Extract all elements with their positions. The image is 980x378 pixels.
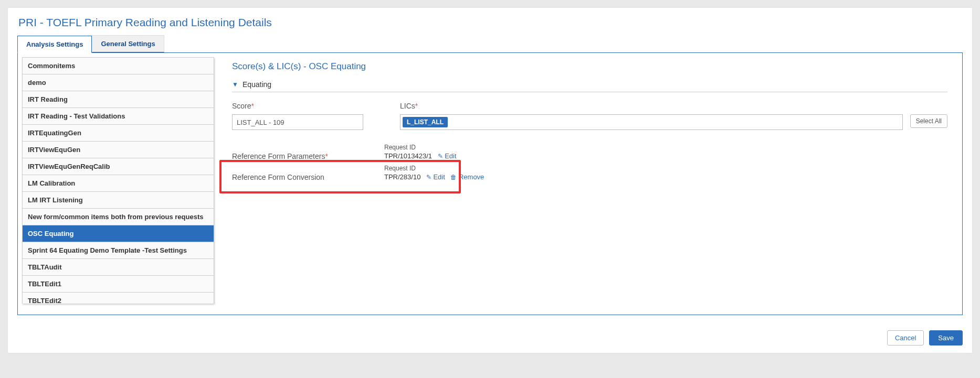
ref-conv-request-id: TPR/283/10	[384, 173, 420, 181]
section-title: Score(s) & LIC(s) - OSC Equating	[232, 61, 947, 72]
lics-label: LICs*	[400, 102, 947, 110]
ref-form-conversion-label: Reference Form Conversion	[232, 165, 368, 181]
chevron-down-icon: ▼	[232, 81, 238, 88]
sidebar-item[interactable]: OSC Equating	[22, 225, 214, 242]
equating-collapser[interactable]: ▼ Equating	[232, 78, 947, 92]
sidebar-item[interactable]: demo	[22, 74, 214, 91]
sidebar-item[interactable]: TBLTEdit1	[22, 276, 214, 293]
score-input[interactable]	[232, 114, 363, 130]
score-label: Score*	[232, 102, 379, 110]
request-id-label: Request ID	[384, 165, 521, 172]
save-button[interactable]: Save	[929, 330, 963, 345]
request-id-label: Request ID	[384, 144, 521, 151]
sidebar-item[interactable]: New form/common items both from previous…	[22, 209, 214, 225]
sidebar-item[interactable]: IRTViewEquGenReqCalib	[22, 158, 214, 175]
edit-icon: ✎	[438, 153, 443, 160]
tab-general-settings[interactable]: General Settings	[92, 35, 164, 52]
sidebar-item[interactable]: IRT Reading	[22, 91, 214, 108]
collapser-label: Equating	[243, 80, 271, 89]
edit-icon: ✎	[426, 174, 431, 181]
ref-conv-edit-link[interactable]: ✎ Edit	[426, 173, 445, 181]
ref-params-request-id: TPR/1013423/1	[384, 152, 432, 160]
sidebar-item[interactable]: Commonitems	[22, 57, 214, 74]
sidebar-item[interactable]: IRTViewEquGen	[22, 142, 214, 158]
sidebar-item[interactable]: IRT Reading - Test Validations	[22, 108, 214, 125]
page-title: PRI - TOEFL Primary Reading and Listenin…	[18, 16, 963, 29]
sidebar-item[interactable]: TBLTAudit	[22, 259, 214, 276]
ref-params-edit-link[interactable]: ✎ Edit	[438, 152, 457, 160]
sidebar-item[interactable]: TBLTEdit2	[22, 293, 214, 304]
trash-icon: 🗑	[450, 174, 457, 181]
select-all-button[interactable]: Select All	[910, 114, 947, 128]
sidebar-item[interactable]: LM IRT Listening	[22, 192, 214, 209]
sidebar-item[interactable]: Sprint 64 Equating Demo Template -Test S…	[22, 242, 214, 259]
lics-input[interactable]: L_LIST_ALL	[400, 114, 903, 130]
cancel-button[interactable]: Cancel	[887, 330, 924, 345]
sidebar-list[interactable]: CommonitemsdemoIRT ReadingIRT Reading - …	[22, 57, 214, 304]
tab-analysis-settings[interactable]: Analysis Settings	[17, 36, 92, 53]
tabs: Analysis Settings General Settings	[17, 35, 963, 53]
sidebar-item[interactable]: IRTEquatingGen	[22, 125, 214, 142]
ref-form-params-label: Reference Form Parameters*	[232, 144, 368, 160]
ref-conv-remove-link[interactable]: 🗑 Remove	[450, 173, 484, 181]
sidebar-item[interactable]: LM Calibration	[22, 175, 214, 192]
lic-tag[interactable]: L_LIST_ALL	[403, 117, 448, 127]
